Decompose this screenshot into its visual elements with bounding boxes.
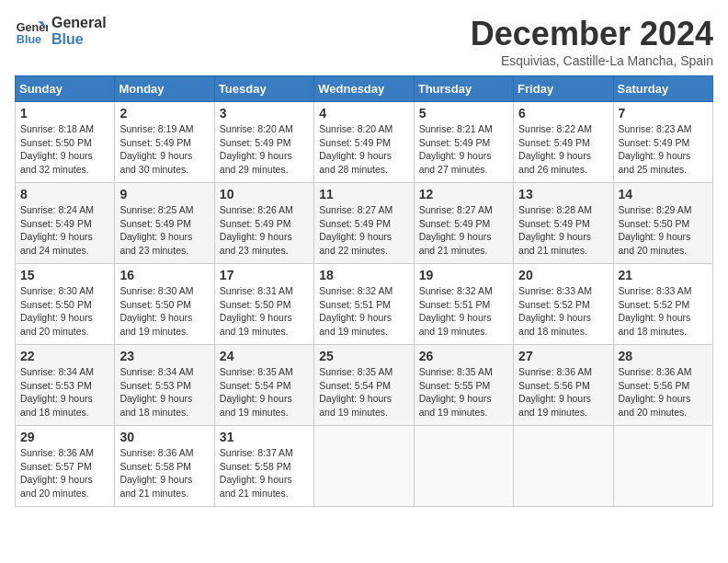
day-info: Sunrise: 8:30 AMSunset: 5:50 PMDaylight:… [119,284,209,339]
day-number: 2 [119,106,209,121]
calendar-cell: 6Sunrise: 8:22 AMSunset: 5:49 PMDaylight… [514,102,613,183]
day-info: Sunrise: 8:33 AMSunset: 5:52 PMDaylight:… [518,284,608,339]
calendar-cell: 2Sunrise: 8:19 AMSunset: 5:49 PMDaylight… [115,102,214,183]
weekday-header-monday: Monday [115,76,214,102]
day-info: Sunrise: 8:25 AMSunset: 5:49 PMDaylight:… [119,203,209,258]
day-info: Sunrise: 8:27 AMSunset: 5:49 PMDaylight:… [419,203,508,258]
header: General Blue General Blue December 2024 … [15,15,713,68]
calendar-week-5: 29Sunrise: 8:36 AMSunset: 5:57 PMDayligh… [16,426,713,507]
day-info: Sunrise: 8:22 AMSunset: 5:49 PMDaylight:… [518,122,608,177]
day-number: 12 [419,187,508,201]
calendar-cell: 31Sunrise: 8:37 AMSunset: 5:58 PMDayligh… [214,426,313,507]
calendar-cell: 22Sunrise: 8:34 AMSunset: 5:53 PMDayligh… [16,345,115,426]
day-number: 27 [518,349,608,363]
day-number: 19 [419,268,508,282]
calendar-cell: 29Sunrise: 8:36 AMSunset: 5:57 PMDayligh… [16,426,115,507]
day-number: 26 [419,349,508,363]
day-number: 13 [518,187,608,201]
day-number: 18 [319,268,408,282]
weekday-header-sunday: Sunday [16,76,115,102]
weekday-header-row: SundayMondayTuesdayWednesdayThursdayFrid… [16,76,713,102]
calendar-cell: 12Sunrise: 8:27 AMSunset: 5:49 PMDayligh… [414,183,513,264]
calendar-cell: 17Sunrise: 8:31 AMSunset: 5:50 PMDayligh… [214,264,313,345]
day-number: 16 [119,268,209,282]
day-info: Sunrise: 8:34 AMSunset: 5:53 PMDaylight:… [20,365,109,419]
day-info: Sunrise: 8:20 AMSunset: 5:49 PMDaylight:… [319,122,408,177]
day-info: Sunrise: 8:18 AMSunset: 5:50 PMDaylight:… [20,122,109,177]
title-section: December 2024 Esquivias, Castille-La Man… [471,15,713,68]
logo: General Blue General Blue [15,15,107,48]
day-number: 31 [220,430,309,444]
calendar-cell: 30Sunrise: 8:36 AMSunset: 5:58 PMDayligh… [115,426,214,507]
calendar-week-1: 1Sunrise: 8:18 AMSunset: 5:50 PMDaylight… [16,102,713,183]
day-info: Sunrise: 8:36 AMSunset: 5:57 PMDaylight:… [20,446,109,500]
day-number: 5 [419,106,508,121]
day-number: 9 [119,187,209,201]
day-number: 7 [619,106,708,121]
weekday-header-saturday: Saturday [613,76,712,102]
day-number: 25 [319,349,408,363]
calendar-cell: 23Sunrise: 8:34 AMSunset: 5:53 PMDayligh… [115,345,214,426]
weekday-header-tuesday: Tuesday [214,76,313,102]
day-number: 30 [119,430,209,444]
weekday-header-thursday: Thursday [414,76,513,102]
calendar-cell: 24Sunrise: 8:35 AMSunset: 5:54 PMDayligh… [214,345,313,426]
day-number: 6 [518,106,608,121]
day-number: 21 [619,268,708,282]
day-info: Sunrise: 8:30 AMSunset: 5:50 PMDaylight:… [20,284,109,339]
day-number: 3 [220,106,309,121]
weekday-header-wednesday: Wednesday [314,76,414,102]
location-subtitle: Esquivias, Castille-La Mancha, Spain [471,53,713,68]
day-number: 22 [20,349,109,363]
calendar-cell: 3Sunrise: 8:20 AMSunset: 5:49 PMDaylight… [214,102,313,183]
calendar-week-4: 22Sunrise: 8:34 AMSunset: 5:53 PMDayligh… [16,345,713,426]
day-info: Sunrise: 8:29 AMSunset: 5:50 PMDaylight:… [619,203,708,258]
calendar-week-2: 8Sunrise: 8:24 AMSunset: 5:49 PMDaylight… [16,183,713,264]
day-number: 15 [20,268,109,282]
calendar-table: SundayMondayTuesdayWednesdayThursdayFrid… [15,75,713,507]
calendar-cell: 11Sunrise: 8:27 AMSunset: 5:49 PMDayligh… [314,183,414,264]
day-info: Sunrise: 8:36 AMSunset: 5:56 PMDaylight:… [619,365,708,419]
calendar-cell: 8Sunrise: 8:24 AMSunset: 5:49 PMDaylight… [16,183,115,264]
day-info: Sunrise: 8:35 AMSunset: 5:54 PMDaylight:… [319,365,408,419]
day-number: 24 [220,349,309,363]
day-number: 17 [220,268,309,282]
calendar-cell [314,426,414,507]
month-title: December 2024 [471,15,713,53]
calendar-cell: 21Sunrise: 8:33 AMSunset: 5:52 PMDayligh… [613,264,712,345]
day-info: Sunrise: 8:35 AMSunset: 5:54 PMDaylight:… [220,365,309,419]
logo-line1: General [51,15,107,31]
day-number: 8 [20,187,109,201]
day-info: Sunrise: 8:33 AMSunset: 5:52 PMDaylight:… [619,284,708,339]
calendar-cell [414,426,513,507]
calendar-cell: 5Sunrise: 8:21 AMSunset: 5:49 PMDaylight… [414,102,513,183]
day-number: 4 [319,106,408,121]
calendar-cell: 9Sunrise: 8:25 AMSunset: 5:49 PMDaylight… [115,183,214,264]
logo-icon: General Blue [15,15,48,48]
day-number: 23 [119,349,209,363]
day-info: Sunrise: 8:36 AMSunset: 5:58 PMDaylight:… [119,446,209,500]
calendar-cell [613,426,712,507]
day-number: 29 [20,430,109,444]
svg-text:Blue: Blue [17,33,41,46]
day-info: Sunrise: 8:36 AMSunset: 5:56 PMDaylight:… [518,365,608,419]
day-number: 11 [319,187,408,201]
calendar-cell [514,426,613,507]
logo-line2: Blue [51,31,107,48]
calendar-cell: 13Sunrise: 8:28 AMSunset: 5:49 PMDayligh… [514,183,613,264]
calendar-cell: 25Sunrise: 8:35 AMSunset: 5:54 PMDayligh… [314,345,414,426]
calendar-cell: 28Sunrise: 8:36 AMSunset: 5:56 PMDayligh… [613,345,712,426]
day-info: Sunrise: 8:20 AMSunset: 5:49 PMDaylight:… [220,122,309,177]
calendar-week-3: 15Sunrise: 8:30 AMSunset: 5:50 PMDayligh… [16,264,713,345]
calendar-cell: 16Sunrise: 8:30 AMSunset: 5:50 PMDayligh… [115,264,214,345]
calendar-cell: 18Sunrise: 8:32 AMSunset: 5:51 PMDayligh… [314,264,414,345]
calendar-cell: 27Sunrise: 8:36 AMSunset: 5:56 PMDayligh… [514,345,613,426]
day-info: Sunrise: 8:26 AMSunset: 5:49 PMDaylight:… [220,203,309,258]
day-info: Sunrise: 8:35 AMSunset: 5:55 PMDaylight:… [419,365,508,419]
calendar-cell: 7Sunrise: 8:23 AMSunset: 5:49 PMDaylight… [613,102,712,183]
calendar-cell: 20Sunrise: 8:33 AMSunset: 5:52 PMDayligh… [514,264,613,345]
day-info: Sunrise: 8:32 AMSunset: 5:51 PMDaylight:… [419,284,508,339]
day-info: Sunrise: 8:34 AMSunset: 5:53 PMDaylight:… [119,365,209,419]
weekday-header-friday: Friday [514,76,613,102]
day-info: Sunrise: 8:21 AMSunset: 5:49 PMDaylight:… [419,122,508,177]
